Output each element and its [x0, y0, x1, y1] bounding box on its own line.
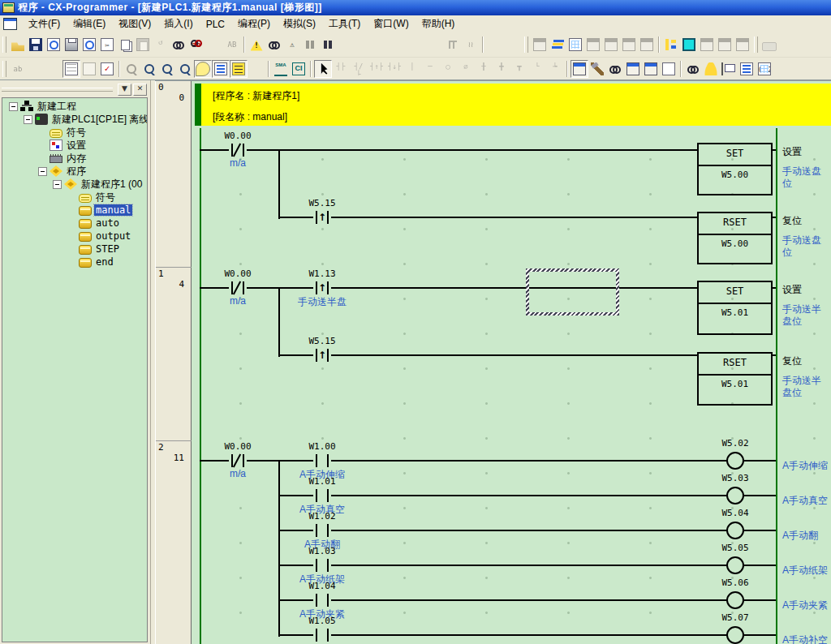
gutter-cell-2[interactable]: 211	[156, 441, 192, 644]
contact-no-W1.05[interactable]	[313, 629, 331, 642]
layers-button[interactable]	[549, 36, 566, 54]
window-minus-button[interactable]	[638, 36, 656, 54]
delete-row-button[interactable]: ┶	[546, 60, 564, 78]
selection-cursor[interactable]	[526, 268, 619, 316]
toolbar-grip[interactable]	[524, 36, 528, 53]
contact-up-W5.15[interactable]: ↑	[313, 211, 331, 224]
zoom-in-button[interactable]	[158, 60, 176, 78]
toolbar-grip[interactable]	[2, 61, 6, 77]
window-z-button[interactable]	[584, 36, 602, 54]
menu-item-4[interactable]: PLC	[200, 17, 231, 32]
waveform-button[interactable]: ≀≀	[462, 36, 480, 54]
coil-W5.06[interactable]	[726, 591, 744, 609]
coil-W5.07[interactable]	[726, 626, 744, 644]
find-report-button[interactable]	[265, 36, 283, 54]
ci-view-button[interactable]: CI	[290, 60, 308, 78]
contact-no-W1.02[interactable]	[313, 524, 331, 537]
ladder-canvas[interactable]: [程序名 : 新建程序1] [段名称 : manual] W0.00m/a↑W5…	[192, 81, 831, 644]
flag-button[interactable]	[720, 60, 738, 78]
rung-check-button[interactable]: ✓	[98, 60, 116, 78]
sma-view-button[interactable]: SMA	[272, 60, 290, 78]
show-sections-button[interactable]	[230, 60, 248, 78]
tree-item-auto[interactable]: auto	[67, 217, 121, 230]
monitor-1-button[interactable]	[390, 36, 408, 54]
toolbar-grip[interactable]	[754, 36, 758, 53]
tree-item-end[interactable]: end	[67, 255, 115, 268]
set-block-W5.01[interactable]: SETW5.01	[697, 281, 773, 335]
select-cursor-button[interactable]	[314, 60, 332, 78]
contact-up-W5.15[interactable]: ↑	[313, 349, 331, 362]
contact-up-W1.13[interactable]: ↑	[313, 281, 331, 294]
horizontal-line-button[interactable]: ─	[421, 60, 439, 78]
gutter-cell-0[interactable]: 00	[156, 81, 192, 268]
coil-W5.03[interactable]	[726, 487, 744, 504]
io-monitor-button[interactable]	[680, 36, 698, 54]
undo-button[interactable]: ↺	[152, 36, 170, 54]
tree-item-PLC1CP1E[interactable]: 新建PLC1[CP1E] 离线	[24, 113, 148, 126]
tree-item-7[interactable]: 符号	[67, 191, 117, 204]
rset-block-W5.00[interactable]: RSETW5.00	[697, 212, 773, 264]
gutter-cell-1[interactable]: 14	[156, 268, 192, 441]
tree-item-5[interactable]: 程序	[38, 165, 88, 178]
pause-button[interactable]	[319, 36, 337, 54]
contact-up-button[interactable]: ┤↑├	[368, 60, 385, 78]
panel-dropdown-button[interactable]: ▼	[118, 84, 131, 96]
expand-toggle[interactable]	[24, 115, 32, 124]
tree-item-output[interactable]: output	[67, 230, 132, 243]
tree-item-4[interactable]: 内存	[38, 152, 88, 165]
contact-no-W1.03[interactable]	[313, 559, 331, 572]
contact-nc-W0.00[interactable]	[229, 144, 247, 157]
contact-no-W1.00[interactable]	[313, 454, 331, 467]
expand-toggle[interactable]	[9, 102, 18, 111]
rung-grid-button[interactable]	[45, 60, 62, 78]
instruction-button[interactable]: ┳	[510, 60, 528, 78]
window-list-button[interactable]	[738, 60, 756, 78]
contact-no-W1.04[interactable]	[313, 594, 331, 607]
contact-nc-W0.00[interactable]	[229, 454, 247, 467]
print-button[interactable]	[62, 36, 80, 54]
replace-button[interactable]: ab	[187, 36, 205, 54]
expand-toggle[interactable]	[38, 167, 47, 176]
coil-W5.02[interactable]	[726, 452, 744, 470]
monitor-3-button[interactable]	[426, 36, 444, 54]
panel-close-button[interactable]: ✕	[133, 84, 147, 96]
tree-item-0[interactable]: 新建工程	[9, 100, 78, 113]
tree-item-2[interactable]: 符号	[38, 126, 88, 139]
symbol-table-button[interactable]	[62, 60, 80, 78]
compile-check-button[interactable]: !	[248, 36, 265, 54]
contact-no-W1.01[interactable]	[313, 489, 331, 502]
menu-item-9[interactable]: 帮助(H)	[416, 15, 462, 32]
find-button[interactable]	[170, 36, 187, 54]
tree-small-button[interactable]	[27, 60, 45, 78]
window-find-button[interactable]	[624, 60, 642, 78]
menu-item-6[interactable]: 模拟(S)	[277, 15, 322, 32]
tree-item-STEP[interactable]: STEP	[67, 243, 121, 255]
search-ab-button[interactable]: AB	[223, 36, 241, 54]
mdi-child-icon[interactable]	[3, 18, 17, 30]
menu-item-3[interactable]: 插入(I)	[157, 15, 199, 32]
show-comments-button[interactable]	[194, 60, 212, 78]
menu-item-5[interactable]: 编程(P)	[231, 15, 277, 32]
keyboard-mapping-button[interactable]	[760, 36, 778, 54]
watch-glasses-button[interactable]	[684, 60, 702, 78]
panel-drag-handle[interactable]	[2, 88, 113, 92]
vertical-line-button[interactable]: │	[403, 60, 421, 78]
expand-toggle[interactable]	[53, 180, 62, 189]
zoom-percent-button[interactable]	[140, 60, 158, 78]
tree-view-button[interactable]	[248, 60, 265, 78]
online-transfer-button[interactable]	[504, 36, 522, 54]
show-list-button[interactable]	[212, 60, 230, 78]
door-x-button[interactable]	[716, 36, 734, 54]
window-check-button[interactable]	[620, 36, 638, 54]
open-button[interactable]	[9, 36, 27, 54]
menu-item-0[interactable]: 文件(F)	[22, 15, 67, 32]
window-note-button[interactable]	[642, 60, 660, 78]
page-search-button[interactable]	[45, 36, 62, 54]
coil-W5.05[interactable]	[726, 556, 744, 574]
menu-item-7[interactable]: 工具(T)	[322, 15, 367, 32]
rset-block-W5.01[interactable]: RSETW5.01	[697, 352, 773, 406]
contact-nc-W0.00[interactable]	[229, 281, 247, 294]
contact-nc-button[interactable]: ┤/├	[350, 60, 368, 78]
coil-nc-button[interactable]: ∅	[457, 60, 475, 78]
menu-item-1[interactable]: 编辑(E)	[67, 15, 112, 32]
